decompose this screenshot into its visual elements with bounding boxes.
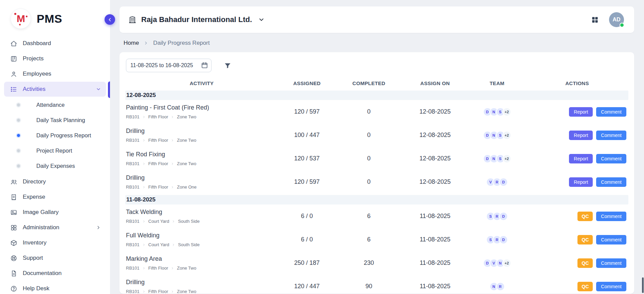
sidebar-item-label: Expense [23, 194, 45, 200]
assign-on-value: 12-08-2025 [402, 108, 468, 115]
completed-value: 90 [336, 283, 402, 290]
activity-title: Drilling [126, 174, 278, 181]
team-avatars: SRD [486, 212, 508, 221]
table-row: Drilling RB101Fifth FloorZone Two 100 / … [125, 123, 628, 147]
sidebar-collapse-button[interactable] [105, 14, 115, 25]
breadcrumb-home[interactable]: Home [124, 40, 139, 46]
assigned-value: 6 / 0 [278, 236, 336, 243]
sidebar-item-image-gallary[interactable]: Image Gallary [4, 205, 106, 220]
sidebar-item-dashboard[interactable]: Dashboard [4, 36, 106, 51]
sidebar-submenu-activities: AttendanceDaily Task PlanningDaily Progr… [4, 97, 106, 174]
qc-button[interactable]: QC [577, 235, 593, 244]
assign-on-value: 12-08-2025 [402, 132, 468, 139]
sidebar-item-inventory[interactable]: Inventory [4, 235, 106, 250]
sidebar-subitem-daily-task-planning[interactable]: Daily Task Planning [4, 113, 106, 128]
team-cell: VRD [468, 178, 526, 187]
sidebar-subitem-attendance[interactable]: Attendance [4, 97, 106, 113]
activity-title: Full Welding [126, 232, 278, 239]
activity-title: Drilling [126, 279, 278, 286]
chevron-right-icon [142, 162, 146, 165]
comment-button[interactable]: Comment [596, 154, 626, 163]
company-selector[interactable]: Raja Bahadur International Ltd. [128, 15, 265, 24]
report-button[interactable]: Report [569, 131, 593, 140]
report-button[interactable]: Report [569, 177, 593, 187]
path-segment: Court Yard [148, 219, 169, 224]
filter-icon[interactable] [224, 62, 232, 70]
team-cell: NR [468, 282, 526, 291]
chevron-right-icon [171, 115, 174, 119]
sidebar-item-directory[interactable]: Directory [4, 174, 106, 189]
sidebar-item-expense[interactable]: Expense [4, 190, 106, 204]
activity-path: RB101Court YardSouth Side [126, 242, 278, 247]
sidebar-subitem-daily-expenses[interactable]: Daily Expenses [4, 158, 106, 174]
bullet-icon [17, 119, 20, 122]
sidebar-item-label: Help Desk [23, 285, 49, 292]
chevron-left-icon [107, 17, 113, 22]
team-more-badge[interactable]: +2 [502, 131, 511, 140]
table-row: Tie Rod Fixing RB101Fifth FloorZone Two … [125, 147, 628, 170]
activity-title: Marking Area [126, 255, 278, 262]
actions-cell: ReportComment [526, 107, 628, 117]
directory-icon [10, 178, 17, 185]
apps-grid-icon[interactable] [591, 16, 599, 24]
group-date-band: 12-08-2025 [125, 91, 628, 100]
chevron-right-icon [96, 225, 101, 230]
report-button[interactable]: Report [569, 154, 593, 163]
administration-icon [10, 224, 17, 231]
comment-button[interactable]: Comment [596, 107, 626, 117]
table-row: Full Welding RB101Court YardSouth Side 6… [125, 228, 628, 251]
comment-button[interactable]: Comment [596, 235, 626, 244]
app-logo: M PMS [0, 0, 110, 34]
report-card: ACTIVITYASSIGNEDCOMPLETEDASSIGN ONTEAMAC… [119, 52, 634, 294]
chevron-right-icon [142, 243, 146, 247]
sidebar-subitem-label: Project Report [36, 148, 72, 154]
comment-button[interactable]: Comment [596, 212, 626, 221]
comment-button[interactable]: Comment [596, 282, 626, 291]
employees-icon [10, 71, 17, 78]
sidebar-item-projects[interactable]: Projects [4, 51, 106, 66]
table-row: Drilling RB101Fifth FloorZone Two 120 / … [125, 275, 628, 294]
comment-button[interactable]: Comment [596, 177, 626, 187]
qc-button[interactable]: QC [577, 282, 593, 291]
bullet-icon [17, 149, 20, 152]
team-more-badge[interactable]: +2 [502, 154, 511, 163]
assigned-value: 100 / 447 [278, 132, 336, 139]
sidebar-item-administration[interactable]: Administration [4, 220, 106, 235]
team-cell: DNS+2 [468, 131, 526, 140]
bullet-icon [17, 134, 20, 137]
sidebar-item-help-desk[interactable]: Help Desk [4, 281, 106, 294]
sidebar-subitem-daily-progress-report[interactable]: Daily Progress Report [4, 128, 106, 143]
qc-button[interactable]: QC [577, 258, 593, 268]
team-cell: DNS+2 [468, 107, 526, 116]
table-row: Painting - First Coat (Fire Red) RB101Fi… [125, 100, 628, 123]
calendar-icon[interactable] [201, 62, 208, 69]
team-more-badge[interactable]: +2 [502, 259, 511, 268]
sidebar-item-label: Dashboard [23, 40, 51, 47]
sidebar-item-documentation[interactable]: Documentation [4, 266, 106, 281]
scrollbar-thumb[interactable] [642, 277, 644, 293]
topbar: Raja Bahadur International Ltd. AD [119, 6, 634, 33]
bullet-icon [17, 164, 20, 168]
user-avatar[interactable]: AD [609, 12, 624, 27]
documentation-icon [10, 270, 17, 277]
gallery-icon [10, 209, 17, 216]
sidebar-item-support[interactable]: Support [4, 251, 106, 266]
sidebar-item-employees[interactable]: Employees [4, 66, 106, 81]
sidebar-item-activities[interactable]: Activities [4, 82, 106, 97]
team-more-badge[interactable]: +2 [502, 107, 511, 116]
date-range-input[interactable] [126, 59, 211, 72]
filter-row [125, 57, 628, 72]
team-member-avatar: D [499, 212, 508, 221]
assigned-value: 120 / 597 [278, 178, 336, 185]
comment-button[interactable]: Comment [596, 258, 626, 268]
breadcrumb: Home Daily Progress Report [119, 33, 634, 52]
completed-value: 0 [336, 108, 402, 115]
path-segment: RB101 [126, 114, 140, 119]
qc-button[interactable]: QC [577, 212, 593, 221]
report-button[interactable]: Report [569, 107, 593, 117]
comment-button[interactable]: Comment [596, 131, 626, 140]
sidebar-subitem-project-report[interactable]: Project Report [4, 143, 106, 158]
chevron-down-icon [96, 86, 101, 92]
sidebar-item-label: Administration [23, 224, 59, 231]
chevron-right-icon [142, 115, 146, 119]
